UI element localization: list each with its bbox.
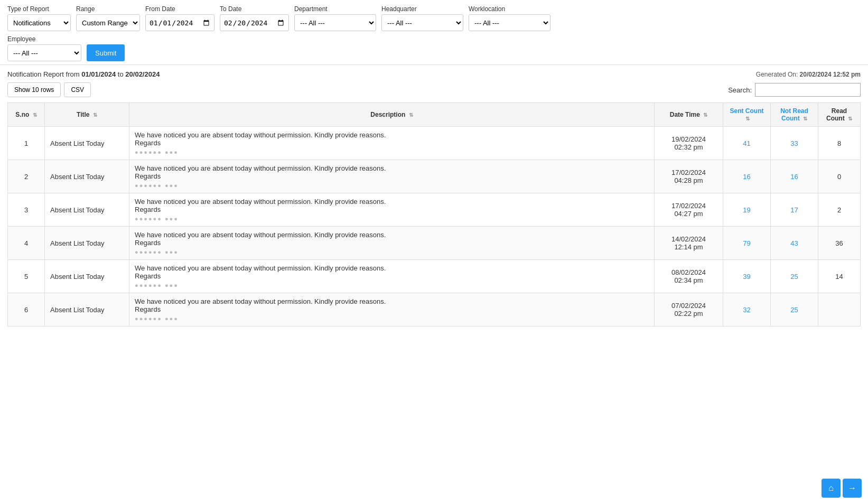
report-section: Notification Report from 01/01/2024 to 2… [0,65,868,332]
table-row: 3 Absent List Today We have noticed you … [8,193,861,227]
report-from-date: 01/01/2024 [81,70,116,78]
cell-notreadcount[interactable]: 16 [771,160,818,193]
employee-label: Employee [7,35,81,43]
controls-row: Show 10 rows CSV Search: [7,82,861,97]
cell-notreadcount[interactable]: 25 [771,293,818,326]
col-readcount[interactable]: Read Count ⇅ [818,103,861,127]
sno-sort-icon: ⇅ [33,112,37,118]
cell-datetime: 14/02/202412:14 pm [655,227,723,260]
desc-main: We have noticed you are absent today wit… [135,131,649,147]
from-date-group: From Date [145,5,214,31]
search-input[interactable] [755,83,861,97]
col-description[interactable]: Description ⇅ [129,103,655,127]
desc-main: We have noticed you are absent today wit… [135,264,649,280]
col-datetime[interactable]: Date Time ⇅ [655,103,723,127]
search-label: Search: [728,86,752,94]
type-of-report-label: Type of Report [7,5,71,13]
report-to-text: to [116,70,125,78]
from-date-input[interactable] [145,14,214,31]
filter-row-2: Employee --- All --- Submit [7,35,861,61]
cell-sentcount[interactable]: 41 [723,127,771,160]
cell-sentcount[interactable]: 32 [723,293,771,326]
department-label: Department [294,5,376,13]
sentcount-sort-icon: ⇅ [745,116,750,122]
department-select[interactable]: --- All --- [294,14,376,31]
cell-notreadcount[interactable]: 43 [771,227,818,260]
desc-main: We have noticed you are absent today wit… [135,198,649,213]
cell-datetime: 08/02/202402:34 pm [655,260,723,293]
range-label: Range [76,5,140,13]
worklocation-group: Worklocation --- All --- [469,5,550,31]
show-rows-button[interactable]: Show 10 rows [7,82,61,97]
worklocation-select[interactable]: --- All --- [469,14,550,31]
table-row: 1 Absent List Today We have noticed you … [8,127,861,160]
table-row: 2 Absent List Today We have noticed you … [8,160,861,193]
cell-sno: 2 [8,160,45,193]
csv-button[interactable]: CSV [64,82,91,97]
table-row: 6 Absent List Today We have noticed you … [8,293,861,326]
worklocation-label: Worklocation [469,5,550,13]
type-of-report-group: Type of Report Notifications [7,5,71,31]
cell-title: Absent List Today [45,293,129,326]
cell-sno: 1 [8,127,45,160]
cell-readcount: 36 [818,227,861,260]
report-header: Notification Report from 01/01/2024 to 2… [7,70,861,78]
desc-main: We have noticed you are absent today wit… [135,231,649,247]
desc-main: We have noticed you are absent today wit… [135,164,649,180]
notifications-table: S.no ⇅ Title ⇅ Description ⇅ Date Time ⇅… [7,102,861,326]
employee-select[interactable]: --- All --- [7,44,81,61]
generated-value: 20/02/2024 12:52 pm [800,71,861,78]
cell-readcount: 0 [818,160,861,193]
submit-button[interactable]: Submit [87,44,125,61]
cell-sno: 4 [8,227,45,260]
cell-datetime: 17/02/202404:27 pm [655,193,723,227]
table-row: 4 Absent List Today We have noticed you … [8,227,861,260]
range-select[interactable]: Custom Range [76,14,140,31]
cell-sentcount[interactable]: 16 [723,160,771,193]
desc-blur: ●●●●●● ●●● [135,216,649,222]
cell-description: We have noticed you are absent today wit… [129,193,655,227]
title-sort-icon: ⇅ [93,112,97,118]
generated-prefix: Generated On: [756,71,800,78]
cell-description: We have noticed you are absent today wit… [129,127,655,160]
col-sno[interactable]: S.no ⇅ [8,103,45,127]
generated-on: Generated On: 20/02/2024 12:52 pm [756,71,861,78]
to-date-group: To Date [220,5,289,31]
cell-sentcount[interactable]: 79 [723,227,771,260]
table-header-row: S.no ⇅ Title ⇅ Description ⇅ Date Time ⇅… [8,103,861,127]
notread-sort-icon: ⇅ [803,116,807,122]
search-area: Search: [728,83,861,97]
report-title-prefix: Notification Report from [7,70,81,78]
desc-blur: ●●●●●● ●●● [135,282,649,288]
datetime-sort-icon: ⇅ [703,112,707,118]
cell-sentcount[interactable]: 39 [723,260,771,293]
department-group: Department --- All --- [294,5,376,31]
cell-datetime: 17/02/202404:28 pm [655,160,723,193]
cell-description: We have noticed you are absent today wit… [129,260,655,293]
to-date-input[interactable] [220,14,289,31]
cell-notreadcount[interactable]: 17 [771,193,818,227]
table-body: 1 Absent List Today We have noticed you … [8,127,861,326]
headquarter-select[interactable]: --- All --- [381,14,463,31]
cell-notreadcount[interactable]: 33 [771,127,818,160]
type-of-report-select[interactable]: Notifications [7,14,71,31]
cell-description: We have noticed you are absent today wit… [129,227,655,260]
cell-title: Absent List Today [45,193,129,227]
desc-main: We have noticed you are absent today wit… [135,297,649,313]
cell-sentcount[interactable]: 19 [723,193,771,227]
col-title[interactable]: Title ⇅ [45,103,129,127]
cell-notreadcount[interactable]: 25 [771,260,818,293]
desc-sort-icon: ⇅ [409,112,413,118]
desc-blur: ●●●●●● ●●● [135,315,649,322]
col-notreadcount[interactable]: Not Read Count ⇅ [771,103,818,127]
cell-title: Absent List Today [45,160,129,193]
headquarter-group: Headquarter --- All --- [381,5,463,31]
col-sentcount[interactable]: Sent Count ⇅ [723,103,771,127]
desc-blur: ●●●●●● ●●● [135,182,649,189]
cell-description: We have noticed you are absent today wit… [129,160,655,193]
cell-title: Absent List Today [45,227,129,260]
cell-readcount: 14 [818,260,861,293]
cell-sno: 3 [8,193,45,227]
cell-datetime: 07/02/202402:22 pm [655,293,723,326]
readcount-sort-icon: ⇅ [848,116,852,122]
